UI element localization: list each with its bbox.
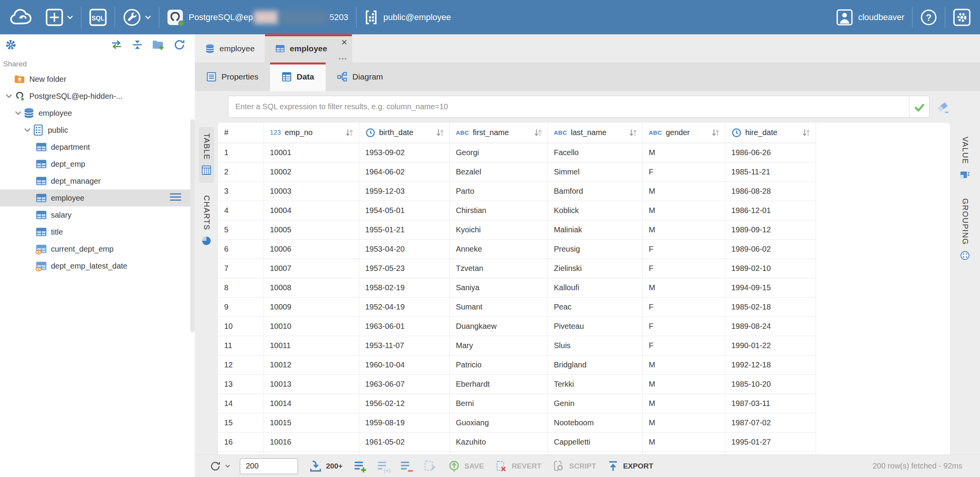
tree-item-department[interactable]: department xyxy=(0,139,195,156)
cell-gender[interactable]: M xyxy=(642,201,725,220)
cell-last_name[interactable]: Cappelletti xyxy=(547,432,642,452)
navigator-settings-button[interactable] xyxy=(5,39,17,52)
row-number-cell[interactable]: 7 xyxy=(218,259,264,278)
fetch-more-button[interactable]: 200+ xyxy=(309,460,343,473)
tree-item-menu-icon[interactable] xyxy=(169,193,182,203)
cell-last_name[interactable]: Maliniak xyxy=(547,220,642,239)
tab-employee-data[interactable]: employee × … xyxy=(265,34,352,63)
cell-last_name[interactable]: Kalloufi xyxy=(547,278,642,297)
cell-first_name[interactable]: Berni xyxy=(449,394,547,413)
tab-diagram[interactable]: Diagram xyxy=(326,63,394,91)
cell-birth_date[interactable]: 1956-02-12 xyxy=(359,394,449,413)
cell-hire_date[interactable]: 1985-10-20 xyxy=(725,374,816,394)
row-number-cell[interactable]: 12 xyxy=(218,355,264,374)
row-number-cell[interactable]: 16 xyxy=(218,432,264,452)
apply-script-button[interactable] xyxy=(423,459,437,473)
row-number-cell[interactable]: 13 xyxy=(218,374,264,394)
row-limit-input[interactable] xyxy=(240,458,298,474)
cell-emp_no[interactable]: 10001 xyxy=(264,143,359,162)
row-number-cell[interactable]: 1 xyxy=(218,143,264,162)
refresh-results-button[interactable] xyxy=(210,460,230,472)
cell-hire_date[interactable]: 1985-02-18 xyxy=(725,297,816,316)
cell-first_name[interactable]: Duangkaew xyxy=(449,316,547,336)
cell-emp_no[interactable]: 10003 xyxy=(264,181,359,201)
cell-hire_date[interactable]: 1995-01-27 xyxy=(725,432,816,452)
new-object-button[interactable] xyxy=(46,8,73,26)
tree-item-salary[interactable]: salary xyxy=(0,206,195,223)
expand-chevron-icon[interactable] xyxy=(4,93,14,99)
duplicate-row-button[interactable]: (+) xyxy=(377,459,390,473)
apply-filter-button[interactable] xyxy=(909,96,929,117)
cell-first_name[interactable]: Guoxiang xyxy=(449,413,547,432)
cell-emp_no[interactable]: 10015 xyxy=(264,413,359,432)
cell-last_name[interactable]: Bamford xyxy=(547,181,642,201)
cell-hire_date[interactable]: 1989-08-24 xyxy=(725,316,816,336)
cell-first_name[interactable]: Kazuhito xyxy=(449,432,547,452)
cell-first_name[interactable]: Bezalel xyxy=(449,162,547,181)
user-menu[interactable]: cloudbeaver xyxy=(836,9,904,25)
row-number-cell[interactable]: 6 xyxy=(218,239,264,259)
cell-first_name[interactable]: Tzvetan xyxy=(449,259,547,278)
clear-filter-button[interactable] xyxy=(936,100,950,116)
cell-gender[interactable]: M xyxy=(642,432,725,452)
cell-emp_no[interactable]: 10004 xyxy=(264,201,359,220)
cell-emp_no[interactable]: 10012 xyxy=(264,355,359,374)
row-number-cell[interactable]: 8 xyxy=(218,278,264,297)
cell-emp_no[interactable]: 10009 xyxy=(264,297,359,316)
cell-gender[interactable]: M xyxy=(642,413,725,432)
tree-item-dept-emp-latest-date[interactable]: dept_emp_latest_date xyxy=(0,257,195,274)
sql-filter-input[interactable] xyxy=(228,96,909,117)
link-with-editor-button[interactable] xyxy=(110,40,123,51)
cell-last_name[interactable]: Preusig xyxy=(547,239,642,259)
export-button[interactable]: EXPORT xyxy=(607,460,653,473)
cell-gender[interactable]: F xyxy=(642,162,725,181)
row-number-cell[interactable]: 2 xyxy=(218,162,264,181)
cell-last_name[interactable]: Piveteau xyxy=(547,316,642,336)
cell-last_name[interactable]: Nooteboom xyxy=(547,413,642,432)
cell-first_name[interactable]: Saniya xyxy=(449,278,547,297)
cell-first_name[interactable]: Eberhardt xyxy=(449,374,547,394)
expand-chevron-icon[interactable] xyxy=(22,127,32,133)
cell-emp_no[interactable]: 10007 xyxy=(264,259,359,278)
cell-hire_date[interactable]: 1987-07-02 xyxy=(725,413,816,432)
cell-gender[interactable]: M xyxy=(642,278,725,297)
cell-gender[interactable]: F xyxy=(642,336,725,355)
cell-last_name[interactable]: Koblick xyxy=(547,201,642,220)
row-number-cell[interactable]: 5 xyxy=(218,220,264,239)
sidebar-scrollbar[interactable] xyxy=(190,119,195,332)
cell-emp_no[interactable]: 10014 xyxy=(264,394,359,413)
cell-birth_date[interactable]: 1963-06-01 xyxy=(359,316,449,336)
cell-emp_no[interactable]: 10011 xyxy=(264,336,359,355)
cell-first_name[interactable]: Chirstian xyxy=(449,201,547,220)
row-number-cell[interactable]: 10 xyxy=(218,316,264,336)
cell-emp_no[interactable]: 10013 xyxy=(264,374,359,394)
cell-hire_date[interactable]: 1994-09-15 xyxy=(725,278,816,297)
tab-properties[interactable]: Properties xyxy=(195,63,270,91)
cell-hire_date[interactable]: 1989-02-10 xyxy=(725,259,816,278)
cell-birth_date[interactable]: 1954-05-01 xyxy=(359,201,449,220)
cell-gender[interactable]: M xyxy=(642,181,725,201)
close-tab-icon[interactable]: × xyxy=(341,37,347,47)
cell-first_name[interactable]: Parto xyxy=(449,181,547,201)
driver-tools-button[interactable] xyxy=(123,8,151,27)
schema-selector[interactable]: public@employee xyxy=(364,9,451,25)
cell-first_name[interactable]: Mary xyxy=(449,336,547,355)
cell-birth_date[interactable]: 1953-04-20 xyxy=(359,239,449,259)
column-header-birth_date[interactable]: birth_date xyxy=(359,123,449,143)
tree-item-dept-emp[interactable]: dept_emp xyxy=(0,156,195,173)
collapse-all-button[interactable] xyxy=(132,39,143,52)
cell-last_name[interactable]: Terkki xyxy=(547,374,642,394)
new-folder-button[interactable] xyxy=(152,39,165,52)
column-header-emp_no[interactable]: 123emp_no xyxy=(264,123,359,143)
delete-row-button[interactable] xyxy=(400,459,414,473)
row-number-cell[interactable]: 11 xyxy=(218,336,264,355)
cell-birth_date[interactable]: 1959-08-19 xyxy=(359,413,449,432)
sql-editor-button[interactable]: SQL xyxy=(89,8,107,26)
column-header-gender[interactable]: ABCgender xyxy=(642,123,725,143)
refresh-button[interactable] xyxy=(173,39,186,52)
cell-last_name[interactable]: Sluis xyxy=(547,336,642,355)
revert-button[interactable]: REVERT xyxy=(495,460,541,473)
tree-item-public[interactable]: public xyxy=(0,122,195,139)
presentation-tab-charts[interactable]: CHARTS xyxy=(199,189,214,254)
cell-birth_date[interactable]: 1964-06-02 xyxy=(359,162,449,181)
